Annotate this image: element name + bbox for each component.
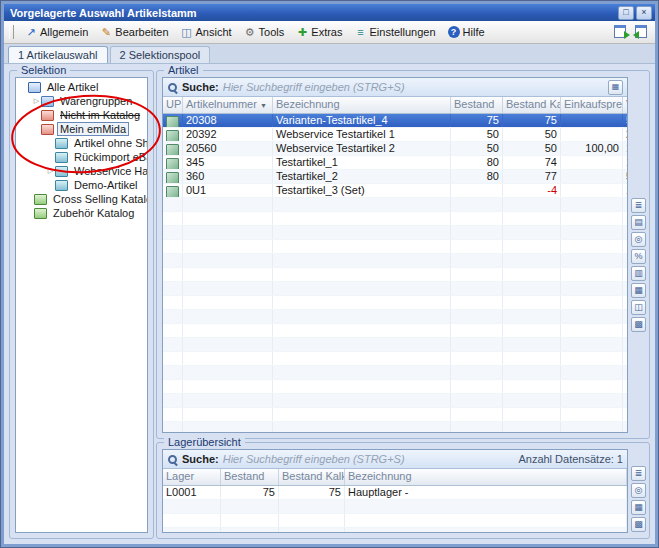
auto-height-icon[interactable]: ≣ (631, 466, 646, 481)
empty-cell (163, 268, 183, 281)
empty-cell (183, 422, 273, 432)
table-row[interactable]: 360 Testartikel_2 80 77 50, (163, 170, 627, 184)
tree-item-zubehoer-katalog[interactable]: Zubehör Katalog (16, 206, 147, 220)
catalog-icon (28, 82, 41, 93)
tree-item-rueckimport-ebay[interactable]: Rückimport eBay (16, 150, 147, 164)
find-panel-icon[interactable]: ◎ (631, 483, 646, 498)
empty-cell (163, 254, 183, 267)
menu-allgemein[interactable]: ↗ Allgemein (19, 24, 94, 40)
table-row[interactable]: L0001 75 75 Hauptlager - (163, 486, 627, 500)
cell-bestand-kalk: 74 (503, 156, 561, 169)
article-icon (166, 130, 179, 141)
empty-cell (623, 422, 627, 432)
tree-item-webservice-hauptkategorie[interactable]: ▷ Webservice Hauptkategorie (16, 164, 147, 178)
empty-cell (163, 282, 183, 295)
tree-item-warengruppen[interactable]: ▷ Warengruppen (16, 94, 147, 108)
table-row[interactable]: 20392 Webservice Testartikel 1 50 50 20, (163, 128, 627, 142)
column-header-label: Artikelnummer (186, 98, 257, 110)
empty-cell (273, 268, 451, 281)
empty-cell (561, 212, 623, 225)
empty-cell (273, 198, 451, 211)
footer-icon[interactable]: ▩ (631, 317, 646, 332)
split-view-icon[interactable]: ◫ (631, 300, 646, 315)
cell-artikelnummer: 20308 (183, 114, 273, 127)
empty-cell (451, 198, 503, 211)
tree-item-nicht-im-katalog[interactable]: Nicht im Katalog (16, 108, 147, 122)
tree-item-cross-selling-katalog[interactable]: Cross Selling Katalog (16, 192, 147, 206)
sync-icon[interactable] (633, 24, 651, 40)
expander-icon[interactable]: ▷ (46, 167, 55, 175)
menu-einstellungen[interactable]: ≡ Einstellungen (348, 24, 441, 40)
empty-cell (183, 268, 273, 281)
column-header-bestand-kalk[interactable]: Bestand Kalk. (279, 469, 345, 485)
auto-height-icon[interactable]: ≣ (631, 198, 646, 213)
layout-icon[interactable]: ▦ (631, 500, 646, 515)
tree-item-demo-artikel[interactable]: Demo-Artikel (16, 178, 147, 192)
percent-icon[interactable]: % (631, 249, 646, 264)
tools-icon: ⚙ (244, 26, 256, 38)
layout-icon[interactable]: ▦ (631, 283, 646, 298)
cell-bestand-kalk: 77 (503, 170, 561, 183)
column-header-up[interactable]: UP (163, 97, 183, 113)
empty-cell (183, 394, 273, 407)
extras-icon: ✚ (296, 26, 308, 38)
menu-bearbeiten[interactable]: ✎ Bearbeiten (94, 24, 174, 40)
tree-item-label: Nicht im Katalog (58, 109, 142, 121)
best-fit-icon[interactable]: ▤ (631, 215, 646, 230)
footer-icon[interactable]: ▩ (631, 517, 646, 532)
fixed-column-icon[interactable]: ▥ (631, 266, 646, 281)
export-icon[interactable] (612, 24, 630, 40)
menu-extras[interactable]: ✚ Extras (290, 24, 348, 40)
empty-cell (503, 212, 561, 225)
column-header-bestand[interactable]: Bestand (221, 469, 279, 485)
column-header-bestand-kalk[interactable]: Bestand Kalk. (503, 97, 561, 113)
expander-icon[interactable]: ▷ (32, 97, 41, 105)
column-header-bestand[interactable]: Bestand (451, 97, 503, 113)
empty-cell (345, 528, 627, 532)
edit-icon: ✎ (100, 26, 112, 38)
close-button[interactable]: × (636, 6, 652, 20)
lager-table-body: L0001 75 75 Hauptlager - (163, 486, 627, 532)
empty-cell (163, 514, 221, 527)
table-row[interactable]: 345 Testartikel_1 80 74 100 (163, 156, 627, 170)
column-header-artikelnummer[interactable]: Artikelnummer▼ (183, 97, 273, 113)
empty-cell (273, 324, 451, 337)
search-options-icon[interactable]: ▦ (608, 80, 623, 95)
search-input[interactable]: Hier Suchbegriff eingeben (STRG+S) (223, 81, 604, 93)
tree-item-alle-artikel[interactable]: Alle Artikel (16, 80, 147, 94)
empty-cell (345, 500, 627, 513)
table-row[interactable]: 0U1 Testartikel_3 (Set) -4 10, (163, 184, 627, 198)
tab-selektionspool[interactable]: 2 Selektionspool (110, 46, 211, 63)
empty-cell (273, 310, 451, 323)
empty-cell (451, 394, 503, 407)
menu-tools[interactable]: ⚙ Tools (238, 24, 291, 40)
menu-hilfe[interactable]: ? Hilfe (442, 24, 491, 40)
table-row[interactable]: 20560 Webservice Testartikel 2 50 50 100… (163, 142, 627, 156)
empty-cell (561, 422, 623, 432)
menu-label: Extras (311, 26, 342, 38)
column-header-einkaufspreis[interactable]: Einkaufspreis (561, 97, 623, 113)
tree-item-label: Zubehör Katalog (51, 207, 136, 219)
empty-cell (183, 408, 273, 421)
menu-ansicht[interactable]: ◫ Ansicht (175, 24, 238, 40)
column-header-verkaufspreis[interactable]: Ve (623, 97, 628, 113)
column-header-lager[interactable]: Lager (163, 469, 221, 485)
search-label: Suche: (182, 81, 219, 93)
tab-artikelauswahl[interactable]: 1 Artikelauswahl (8, 46, 108, 63)
menu-label: Einstellungen (369, 26, 435, 38)
restore-button[interactable]: □ (618, 6, 634, 20)
empty-cell (221, 500, 279, 513)
tree-item-artikel-ohne-shop-kategorie[interactable]: Artikel ohne Shop-Kategorie (16, 136, 147, 150)
empty-cell (623, 254, 627, 267)
search-input[interactable]: Hier Suchbegriff eingeben (STRG+S) (223, 453, 515, 465)
table-row[interactable]: 20308 Varianten-Testartikel_4 75 75 50, (163, 114, 627, 128)
find-panel-icon[interactable]: ◎ (631, 232, 646, 247)
column-header-bezeichnung[interactable]: Bezeichnung (273, 97, 451, 113)
empty-cell (183, 324, 273, 337)
cell-verkaufspreis: 120 (623, 142, 627, 155)
table-row-empty (163, 338, 627, 352)
column-header-bezeichnung[interactable]: Bezeichnung (345, 469, 627, 485)
tree-item-mein-emmida[interactable]: Mein emMida (16, 122, 147, 136)
toolbar-grip[interactable] (9, 25, 14, 39)
article-icon (166, 144, 179, 155)
